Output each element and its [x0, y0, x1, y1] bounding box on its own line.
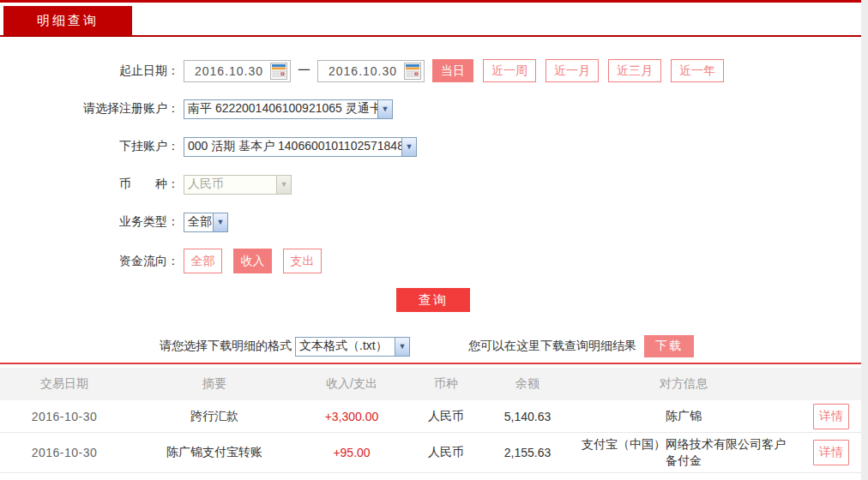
col-header-summary: 摘要 — [129, 376, 300, 392]
sub-account-value: 000 活期 基本户 1406600101102571848 — [184, 139, 401, 154]
currency-select: 人民币 ▼ — [184, 175, 292, 195]
download-hint: 您可以在这里下载查询明细结果 — [468, 339, 636, 354]
business-type-value: 全部 — [184, 214, 213, 230]
download-format-label: 请您选择下载明细的格式 — [160, 339, 292, 354]
cell-currency: 人民币 — [403, 409, 489, 424]
fund-flow-label: 资金流向： — [0, 254, 184, 269]
calendar-icon[interactable] — [270, 63, 287, 80]
quick-range-month-button[interactable]: 近一月 — [546, 59, 599, 82]
cell-date: 2016-10-30 — [0, 446, 129, 459]
cell-balance: 2,155.63 — [489, 446, 566, 459]
sub-account-row: 下挂账户： 000 活期 基本户 1406600101102571848 ▼ — [0, 135, 861, 158]
tab-bar: 明细查询 — [0, 3, 861, 37]
fund-flow-all-button[interactable]: 全部 — [184, 249, 222, 273]
col-header-date: 交易日期 — [0, 376, 129, 392]
business-type-select[interactable]: 全部 ▼ — [184, 213, 228, 232]
register-account-value: 南平 6222001406100921065 灵通卡 — [184, 101, 377, 117]
download-format-value: 文本格式（.txt） — [296, 339, 395, 354]
download-format-select[interactable]: 文本格式（.txt） ▼ — [295, 337, 410, 357]
table-row: 2016-10-30 跨行汇款 +3,300.00 人民币 5,140.63 陈… — [0, 400, 861, 433]
cell-amount: +3,300.00 — [300, 410, 403, 423]
cell-amount: +95.00 — [300, 446, 403, 459]
register-account-select[interactable]: 南平 6222001406100921065 灵通卡 ▼ — [184, 99, 393, 119]
download-row: 请您选择下载明细的格式 文本格式（.txt） ▼ 您可以在这里下载查询明细结果 … — [0, 335, 861, 357]
business-type-label: 业务类型： — [0, 214, 184, 230]
calendar-icon[interactable] — [404, 63, 421, 80]
page: 明细查询 起止日期： 2016.10.30 — [0, 0, 861, 480]
chevron-down-icon: ▼ — [377, 100, 392, 118]
start-date-value: 2016.10.30 — [195, 64, 270, 78]
business-type-row: 业务类型： 全部 ▼ — [0, 211, 861, 233]
chevron-down-icon: ▼ — [401, 138, 416, 156]
fund-flow-income-button[interactable]: 收入 — [233, 249, 272, 273]
cell-summary: 跨行汇款 — [129, 409, 300, 424]
register-account-row: 请选择注册账户： 南平 6222001406100921065 灵通卡 ▼ — [0, 98, 861, 120]
date-separator: 一 — [298, 63, 310, 79]
currency-label: 币 种： — [0, 177, 184, 192]
chevron-down-icon: ▼ — [395, 338, 409, 356]
sub-account-select[interactable]: 000 活期 基本户 1406600101102571848 ▼ — [184, 137, 417, 157]
fund-flow-expense-button[interactable]: 支出 — [283, 249, 322, 273]
query-form: 起止日期： 2016.10.30 — [0, 37, 861, 312]
download-button[interactable]: 下载 — [644, 335, 694, 357]
date-range-row: 起止日期： 2016.10.30 — [0, 59, 861, 82]
query-button[interactable]: 查询 — [396, 288, 470, 312]
col-header-currency: 币种 — [403, 376, 489, 392]
cell-balance: 5,140.63 — [489, 410, 566, 423]
fund-flow-row: 资金流向： 全部 收入 支出 — [0, 249, 861, 273]
tab-detail-query[interactable]: 明细查询 — [3, 6, 132, 35]
quick-range-week-button[interactable]: 近一周 — [483, 59, 536, 82]
quick-range-today-button[interactable]: 当日 — [432, 59, 473, 82]
chevron-down-icon: ▼ — [276, 176, 291, 194]
date-range-label: 起止日期： — [0, 63, 184, 79]
table-row: 2016-10-30 陈广锦支付宝转账 +95.00 人民币 2,155.63 … — [0, 433, 861, 473]
col-header-counterparty: 对方信息 — [566, 376, 801, 392]
cell-summary: 陈广锦支付宝转账 — [129, 445, 300, 460]
end-date-input[interactable]: 2016.10.30 — [317, 60, 425, 82]
cell-currency: 人民币 — [403, 445, 489, 460]
col-header-balance: 余额 — [489, 376, 566, 392]
detail-button[interactable]: 详情 — [813, 404, 849, 429]
detail-button[interactable]: 详情 — [813, 440, 849, 465]
register-account-label: 请选择注册账户： — [0, 101, 184, 117]
start-date-input[interactable]: 2016.10.30 — [184, 60, 291, 82]
col-header-amount: 收入/支出 — [300, 376, 403, 392]
end-date-value: 2016.10.30 — [329, 64, 404, 78]
cell-date: 2016-10-30 — [0, 410, 129, 423]
cell-counterparty: 陈广锦 — [566, 405, 801, 428]
cell-counterparty: 支付宝（中国）网络技术有限公司客户备付金 — [566, 433, 801, 472]
currency-row: 币 种： 人民币 ▼ — [0, 173, 861, 195]
chevron-down-icon: ▼ — [213, 213, 227, 231]
quick-range-year-button[interactable]: 近一年 — [671, 59, 724, 82]
currency-value: 人民币 — [184, 177, 276, 192]
table-header-row: 交易日期 摘要 收入/支出 币种 余额 对方信息 — [0, 368, 861, 400]
table-top-divider — [0, 363, 861, 364]
quick-range-quarter-button[interactable]: 近三月 — [608, 59, 661, 82]
sub-account-label: 下挂账户： — [0, 139, 184, 154]
